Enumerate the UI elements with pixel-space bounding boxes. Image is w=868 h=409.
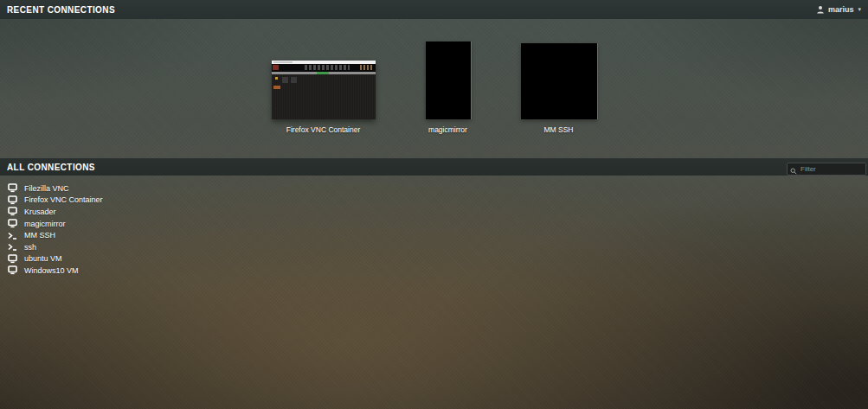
connection-label: Firefox VNC Container xyxy=(286,125,361,134)
list-item[interactable]: Krusader xyxy=(8,206,868,218)
monitor-icon xyxy=(8,207,17,216)
connection-name: Krusader xyxy=(24,208,56,216)
chevron-down-icon: ▾ xyxy=(858,6,861,13)
recent-connections-header: RECENT CONNECTIONS marius ▾ xyxy=(0,0,868,19)
connection-label: magicmirror xyxy=(428,125,467,134)
terminal-icon xyxy=(8,242,17,252)
connection-name: magicmirror xyxy=(24,220,66,228)
monitor-icon xyxy=(8,219,17,228)
connection-thumbnail xyxy=(426,42,471,119)
connection-name: ssh xyxy=(24,243,36,252)
list-item[interactable]: MM SSH xyxy=(8,229,868,241)
monitor-icon xyxy=(8,265,17,275)
monitor-icon xyxy=(8,195,17,205)
connection-name: Firefox VNC Container xyxy=(24,195,103,204)
list-item[interactable]: Firefox VNC Container xyxy=(8,195,868,207)
all-connections-title: ALL CONNECTIONS xyxy=(7,163,95,172)
connection-list: Filezilla VNC Firefox VNC Container Krus… xyxy=(0,176,868,277)
filter-input[interactable] xyxy=(787,163,866,176)
user-menu[interactable]: marius ▾ xyxy=(816,2,861,17)
connection-name: Windows10 VM xyxy=(24,266,79,275)
user-name: marius xyxy=(828,5,854,14)
list-item[interactable]: Filezilla VNC xyxy=(8,182,868,195)
recent-connection-firefox-vnc[interactable]: Firefox VNC Container xyxy=(272,61,376,134)
list-item[interactable]: ssh xyxy=(8,241,868,253)
list-item[interactable]: ubuntu VM xyxy=(8,253,868,265)
connection-thumbnail xyxy=(521,43,597,119)
recent-connection-magicmirror[interactable]: magicmirror xyxy=(426,42,471,134)
connection-name: MM SSH xyxy=(24,231,55,240)
all-connections-header: ALL CONNECTIONS xyxy=(0,158,868,176)
user-icon xyxy=(816,2,825,17)
list-item[interactable]: magicmirror xyxy=(8,218,868,230)
recent-connections-section: Firefox VNC Container magicmirror MM SSH xyxy=(0,19,868,158)
search-icon xyxy=(790,163,797,178)
recent-connections-title: RECENT CONNECTIONS xyxy=(7,5,115,15)
filter-box xyxy=(787,159,866,176)
monitor-icon xyxy=(8,254,17,264)
terminal-icon xyxy=(8,231,17,240)
connection-name: Filezilla VNC xyxy=(24,184,69,193)
connection-name: ubuntu VM xyxy=(24,254,62,263)
list-item[interactable]: Windows10 VM xyxy=(8,265,868,277)
connection-label: MM SSH xyxy=(544,125,574,134)
connection-thumbnail xyxy=(272,61,376,119)
recent-connection-mm-ssh[interactable]: MM SSH xyxy=(521,43,597,134)
monitor-icon xyxy=(8,183,17,193)
